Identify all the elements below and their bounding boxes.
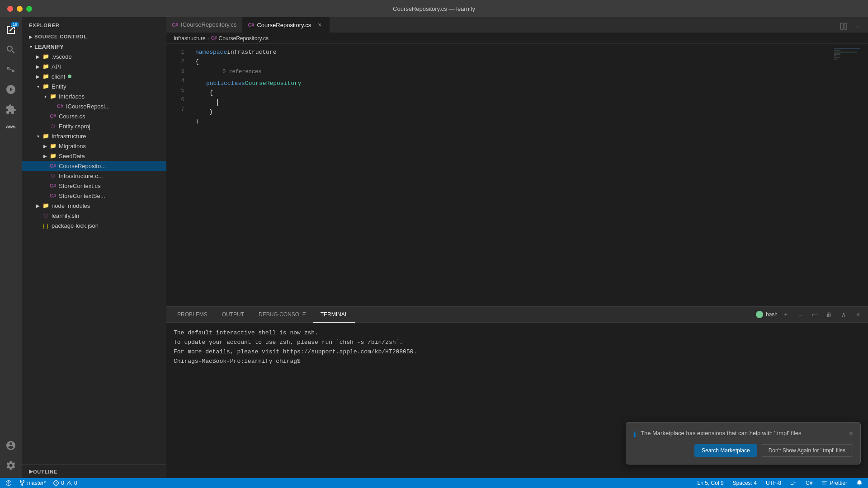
- account-icon[interactable]: [2, 436, 20, 455]
- minimize-button[interactable]: [17, 6, 23, 12]
- remote-indicator[interactable]: [4, 480, 14, 486]
- notifications-indicator[interactable]: [854, 480, 864, 486]
- breadcrumb-cs-file[interactable]: C# CourseRepository.cs: [211, 35, 269, 42]
- split-terminal-btn[interactable]: ⌄: [794, 308, 807, 321]
- learnify-sln-file[interactable]: ▶ ⬡ learnify.sln: [22, 211, 166, 221]
- store-context-file[interactable]: ▶ C# StoreContext.cs: [22, 181, 166, 191]
- git-branch-indicator[interactable]: master*: [17, 480, 47, 486]
- icourse-repo-label: ICourseReposi...: [66, 103, 110, 110]
- kw-namespace: namespace: [195, 47, 227, 57]
- interfaces-label: Interfaces: [59, 93, 85, 100]
- terminal-tab[interactable]: TERMINAL: [313, 307, 355, 323]
- entity-folder[interactable]: ▾ 📁 Entity: [22, 81, 166, 91]
- line-ending-indicator[interactable]: LF: [788, 480, 798, 486]
- maximize-button[interactable]: [26, 6, 32, 12]
- infrastructure-csproj-file[interactable]: ▶ ⬡ Infrastructure.c...: [22, 171, 166, 181]
- notification-close-button[interactable]: ×: [849, 430, 853, 438]
- problems-tab[interactable]: PROBLEMS: [170, 307, 215, 323]
- minimap-line-3: [834, 52, 857, 53]
- code-line-3: public class CourseRepository: [195, 79, 832, 88]
- tab-course-repository[interactable]: C# CourseRepository.cs ×: [242, 17, 330, 33]
- interfaces-folder[interactable]: ▾ 📁 Interfaces: [22, 91, 166, 101]
- bash-icon: [756, 311, 763, 318]
- api-folder[interactable]: ▶ 📁 API: [22, 61, 166, 71]
- line-col-indicator[interactable]: Ln 5, Col 9: [696, 480, 726, 486]
- editor-content[interactable]: 1 2 3 4 5 6 7 namespace Infrastructure: [166, 44, 868, 306]
- infrastructure-folder-icon: 📁: [42, 132, 50, 140]
- tab-icourse-repository[interactable]: C# ICourseRepository.cs: [166, 17, 242, 33]
- infrastructure-chevron: ▾: [34, 132, 42, 140]
- entity-csproj-file[interactable]: ▶ ⬡ Entity.csproj: [22, 121, 166, 131]
- source-control-label: SOURCE CONTROL: [34, 34, 87, 39]
- hint-container: 0 references: [195, 67, 832, 77]
- add-terminal-btn[interactable]: +: [779, 308, 792, 321]
- icourse-repo-file[interactable]: ▶ C# ICourseReposi...: [22, 101, 166, 111]
- vscode-folder[interactable]: ▶ 📁 .vscode: [22, 52, 166, 61]
- output-tab[interactable]: OUTPUT: [215, 307, 251, 323]
- minimap-line-4: [834, 53, 840, 55]
- language-indicator[interactable]: C#: [804, 480, 814, 486]
- terminal-layout-btn[interactable]: ▭: [808, 308, 821, 321]
- warnings-label: 0: [74, 480, 77, 486]
- aws-icon[interactable]: aws: [2, 120, 20, 133]
- tab-cs-icon-1: C#: [172, 22, 178, 28]
- store-context-seed-file[interactable]: ▶ C# StoreContextSe...: [22, 191, 166, 201]
- debug-console-tab[interactable]: DEBUG CONSOLE: [251, 307, 313, 323]
- extensions-icon[interactable]: [2, 100, 20, 118]
- minimap-line-1: [834, 48, 860, 49]
- vscode-label: .vscode: [52, 53, 72, 60]
- close-button[interactable]: [7, 6, 13, 12]
- prettier-indicator[interactable]: Prettier: [820, 480, 849, 486]
- breadcrumb-infrastructure[interactable]: Infrastructure: [174, 35, 206, 42]
- source-control-item[interactable]: ▶ SOURCE CONTROL: [22, 32, 166, 42]
- references-hint: 0 references: [222, 67, 832, 77]
- run-debug-icon[interactable]: [2, 80, 20, 99]
- more-actions-button[interactable]: ···: [852, 20, 864, 33]
- interfaces-folder-icon: 📁: [49, 92, 57, 100]
- package-lock-file[interactable]: ▶ { } package-lock.json: [22, 221, 166, 230]
- split-editor-button[interactable]: [837, 20, 850, 33]
- status-right: Ln 5, Col 9 Spaces: 4 UTF-8 LF C# Pretti…: [696, 480, 864, 486]
- main-layout: 19 aws: [0, 17, 868, 478]
- store-context-label: StoreContext.cs: [59, 183, 101, 189]
- search-marketplace-button[interactable]: Search Marketplace: [694, 444, 757, 457]
- store-context-seed-label: StoreContextSe...: [59, 192, 105, 199]
- spaces-label: Spaces: 4: [733, 480, 757, 486]
- tab-label-1: ICourseRepository.cs: [181, 21, 236, 28]
- tab-close-button[interactable]: ×: [316, 21, 324, 29]
- encoding-indicator[interactable]: UTF-8: [764, 480, 783, 486]
- learnify-root[interactable]: ▾ LEARNIFY: [22, 42, 166, 52]
- close-terminal-btn[interactable]: ×: [852, 308, 864, 321]
- errors-indicator[interactable]: 0 0: [51, 480, 79, 486]
- client-folder[interactable]: ▶ 📁 client: [22, 71, 166, 81]
- breadcrumb: Infrastructure › C# CourseRepository.cs: [166, 33, 868, 44]
- explorer-icon[interactable]: 19: [2, 21, 20, 39]
- seeddata-folder[interactable]: ▶ 📁 SeedData: [22, 151, 166, 161]
- file-explorer: ▶ SOURCE CONTROL ▾ LEARNIFY ▶ 📁 .vscode: [22, 32, 166, 465]
- seeddata-folder-icon: 📁: [49, 152, 57, 160]
- code-editor[interactable]: namespace Infrastructure { 0 references …: [192, 44, 832, 306]
- minimap-line-6: [834, 57, 840, 58]
- maximize-terminal-btn[interactable]: ∧: [837, 308, 850, 321]
- infrastructure-folder[interactable]: ▾ 📁 Infrastructure: [22, 131, 166, 141]
- kill-terminal-btn[interactable]: 🗑: [823, 308, 835, 321]
- code-line-6: }: [195, 107, 832, 117]
- course-cs-file[interactable]: ▶ C# Course.cs: [22, 111, 166, 121]
- source-control-activity-icon[interactable]: [2, 61, 20, 79]
- outline-header[interactable]: ▶ OUTLINE: [22, 467, 166, 476]
- store-context-icon: C#: [49, 182, 57, 190]
- course-repo-file[interactable]: ▶ C# CourseReposito...: [22, 161, 166, 171]
- node-modules-folder[interactable]: ▶ 📁 node_modules: [22, 201, 166, 211]
- tab-label-2: CourseRepository.cs: [257, 22, 311, 28]
- dont-show-again-button[interactable]: Don't Show Again for '.tmpl' files: [761, 444, 853, 457]
- code-line-1: namespace Infrastructure: [195, 47, 832, 57]
- migrations-folder[interactable]: ▶ 📁 Migrations: [22, 141, 166, 151]
- minimap-line-2: [834, 50, 840, 51]
- search-activity-icon[interactable]: [2, 41, 20, 59]
- settings-icon[interactable]: [2, 456, 20, 474]
- bash-label: bash: [766, 311, 778, 318]
- class-name: CourseRepository: [245, 79, 302, 88]
- spaces-indicator[interactable]: Spaces: 4: [731, 480, 759, 486]
- tabs-bar: C# ICourseRepository.cs C# CourseReposit…: [166, 17, 868, 33]
- errors-label: 0: [61, 480, 64, 486]
